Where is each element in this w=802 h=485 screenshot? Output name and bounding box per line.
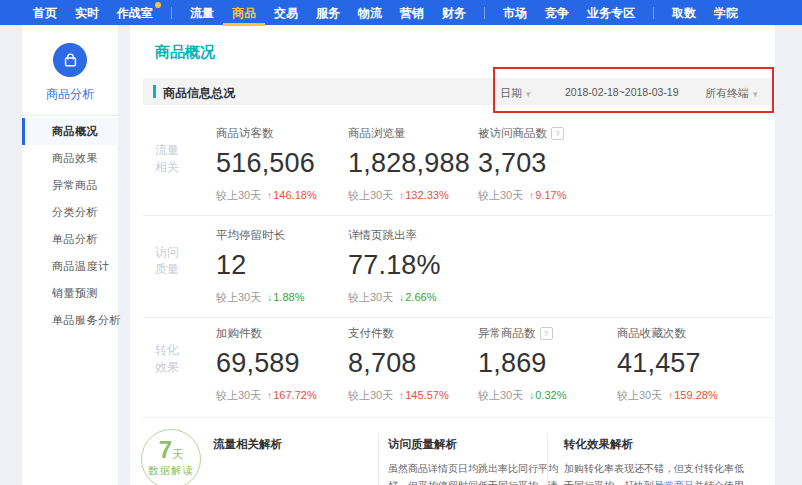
badge-caption: 数据解读 (142, 464, 200, 478)
metric-row-conversion: 转化效果 加购件数 69,589 较上30天167.72% 支付件数 8,708… (143, 320, 773, 412)
nav-divider (484, 7, 485, 19)
sidebar-item-single-product-analysis[interactable]: 单品分析 (22, 226, 118, 253)
metric-avg-stay-time: 平均停留时长 12 较上30天1.88% (216, 228, 304, 305)
compare-label: 较上30天 (216, 389, 261, 401)
chevron-down-icon: ▾ (526, 89, 531, 99)
change-percent: 0.32% (529, 389, 566, 401)
metric-product-pageviews: 商品浏览量 1,828,988 较上30天132.33% (348, 126, 470, 203)
sidebar-item-category-analysis[interactable]: 分类分析 (22, 199, 118, 226)
insight-text: 并结合使用 (694, 480, 744, 485)
metric-group-label: 流量相关 (155, 142, 185, 176)
sidebar-item-product-thermometer[interactable]: 商品温度计 (22, 253, 118, 280)
metric-name: 商品浏览量 (348, 126, 406, 141)
metric-value: 69,589 (216, 348, 317, 379)
section-title: 商品信息总况 (163, 85, 235, 102)
metric-value: 1,828,988 (348, 148, 470, 179)
nav-item-marketing[interactable]: 营销 (400, 6, 424, 20)
sidebar-item-sales-forecast[interactable]: 销量预测 (22, 280, 118, 307)
compare-label: 较上30天 (348, 189, 393, 201)
insight-traffic: 流量相关解析 (213, 437, 373, 452)
metric-name: 平均停留时长 (216, 228, 285, 243)
row-divider (143, 317, 773, 318)
nav-item-service[interactable]: 服务 (316, 6, 340, 20)
change-percent: 159.28% (668, 389, 717, 401)
metric-add-to-cart: 加购件数 69,589 较上30天167.72% (216, 326, 317, 403)
chevron-down-icon: ▾ (753, 89, 758, 99)
nav-item-data-fetch[interactable]: 取数 (672, 6, 696, 20)
page-title: 商品概况 (155, 43, 215, 62)
insight-text: 虽然商品详情页日均跳出率比同行平均好，但平均停留时间低于同行平均，请关注页面排版… (388, 463, 558, 485)
insight-title: 访问质量解析 (388, 437, 564, 452)
nav-item-traffic[interactable]: 流量 (190, 6, 214, 20)
date-range-value[interactable]: 2018-02-18~2018-03-19 (565, 86, 679, 98)
sidebar-item-abnormal-products[interactable]: 异常商品 (22, 172, 118, 199)
sidebar-menu: 商品概况 商品效果 异常商品 分类分析 单品分析 商品温度计 销量预测 单品服务… (22, 118, 118, 334)
nav-item-trade[interactable]: 交易 (274, 6, 298, 20)
metric-name: 异常商品数 (478, 326, 536, 341)
help-icon[interactable]: ? (540, 327, 553, 340)
metric-name: 被访问商品数 (478, 126, 547, 141)
sidebar-item-single-product-service[interactable]: 单品服务分析 (22, 307, 118, 334)
help-icon[interactable]: ? (551, 127, 564, 140)
metric-name: 详情页跳出率 (348, 228, 417, 243)
metric-abnormal-products: 异常商品数? 1,869 较上30天0.32% (478, 326, 566, 403)
nav-item-logistics[interactable]: 物流 (358, 6, 382, 20)
terminal-filter-dropdown[interactable]: 所有终端▾ (705, 86, 758, 101)
change-percent: 132.33% (399, 189, 448, 201)
section-header-bar: 商品信息总况 日期▾ 2018-02-18~2018-03-19 所有终端▾ (143, 78, 773, 105)
badge-number: 7 (159, 436, 172, 463)
compare-label: 较上30天 (216, 189, 261, 201)
metric-product-favorites: 商品收藏次数 41,457 较上30天159.28% (617, 326, 718, 403)
nav-item-war-room[interactable]: 作战室 (117, 6, 153, 20)
insight-title: 流量相关解析 (213, 437, 373, 452)
metric-name: 支付件数 (348, 326, 394, 341)
nav-divider (171, 7, 172, 19)
date-filter-dropdown[interactable]: 日期▾ (500, 86, 531, 101)
insight-visit-quality: 访问质量解析 虽然商品详情页日均跳出率比同行平均好，但平均停留时间低于同行平均，… (388, 437, 564, 485)
nav-item-market[interactable]: 市场 (503, 6, 527, 20)
nav-item-academy[interactable]: 学院 (714, 6, 738, 20)
metric-paid-items: 支付件数 8,708 较上30天145.57% (348, 326, 449, 403)
notification-dot (155, 2, 161, 8)
nav-item-product[interactable]: 商品 (232, 6, 256, 20)
nav-item-home[interactable]: 首页 (33, 6, 57, 20)
section-marker (153, 85, 156, 98)
sidebar-header: 商品分析 (22, 25, 118, 116)
compare-label: 较上30天 (617, 389, 662, 401)
nav-item-business-zone[interactable]: 业务专区 (587, 6, 635, 20)
insight-title: 转化效果解析 (564, 437, 745, 452)
change-percent: 1.88% (267, 291, 304, 303)
change-percent: 167.72% (267, 389, 316, 401)
metric-value: 8,708 (348, 348, 449, 379)
abnormal-products-link[interactable]: 异常商品 (654, 480, 694, 485)
metric-group-label: 转化效果 (155, 342, 185, 376)
change-percent: 2.66% (399, 291, 436, 303)
nav-item-realtime[interactable]: 实时 (75, 6, 99, 20)
row-divider (143, 215, 773, 216)
compare-label: 较上30天 (348, 291, 393, 303)
metric-row-traffic: 流量相关 商品访客数 516,506 较上30天146.18% 商品浏览量 1,… (143, 120, 773, 212)
metric-visited-products: 被访问商品数? 3,703 较上30天9.17% (478, 126, 566, 203)
metric-value: 41,457 (617, 348, 718, 379)
top-nav: 首页 实时 作战室 流量 商品 交易 服务 物流 营销 财务 市场 竞争 业务专… (0, 0, 802, 25)
change-percent: 9.17% (529, 189, 566, 201)
compare-label: 较上30天 (216, 291, 261, 303)
insight-divider (547, 433, 548, 485)
metric-value: 12 (216, 250, 304, 281)
sidebar-item-product-overview[interactable]: 商品概况 (22, 118, 118, 145)
compare-label: 较上30天 (478, 189, 523, 201)
insight-divider (378, 433, 379, 485)
metric-group-label: 访问质量 (155, 244, 185, 278)
sidebar-item-product-effect[interactable]: 商品效果 (22, 145, 118, 172)
metric-name: 商品访客数 (216, 126, 274, 141)
main-content: 商品概况 商品信息总况 日期▾ 2018-02-18~2018-03-19 所有… (130, 25, 775, 485)
nav-item-finance[interactable]: 财务 (442, 6, 466, 20)
sidebar-group-label: 商品分析 (22, 86, 118, 103)
nav-item-competition[interactable]: 竞争 (545, 6, 569, 20)
metric-value: 516,506 (216, 148, 317, 179)
seven-day-insight-badge: 7天 数据解读 (141, 429, 201, 485)
insights-section: 7天 数据解读 流量相关解析 访问质量解析 虽然商品详情页日均跳出率比同行平均好… (138, 425, 778, 485)
app-screen: 首页 实时 作战室 流量 商品 交易 服务 物流 营销 财务 市场 竞争 业务专… (0, 0, 802, 485)
metric-value: 77.18% (348, 250, 441, 281)
metric-row-visit-quality: 访问质量 平均停留时长 12 较上30天1.88% 详情页跳出率 77.18% … (143, 222, 773, 314)
